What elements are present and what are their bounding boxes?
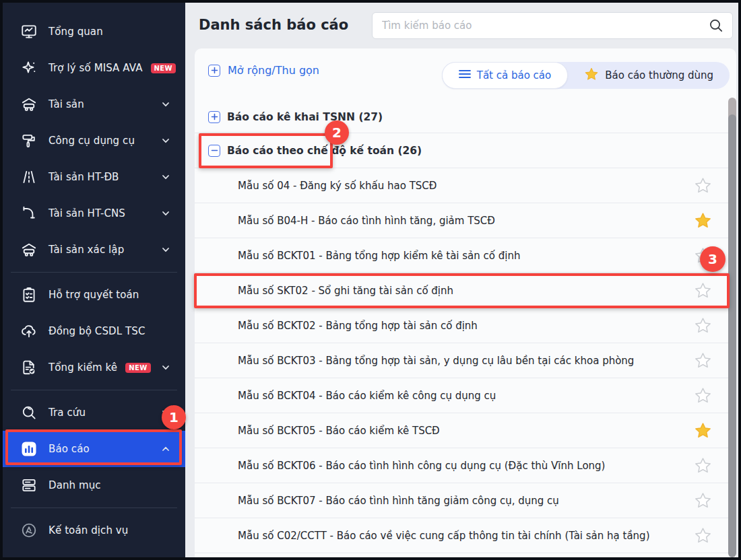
tab-label: Báo cáo thường dùng (605, 69, 713, 81)
expand-collapse-toggle[interactable]: Mở rộng/Thu gọn (208, 64, 319, 77)
expand-icon (208, 65, 220, 77)
favorite-star-icon[interactable] (693, 176, 712, 195)
sidebar-item-label: Tài sản (49, 98, 84, 110)
sidebar-divider (11, 390, 177, 390)
cloud-sync-icon (20, 322, 38, 340)
sidebar-item-tai-san-xac-lap[interactable]: Tài sản xác lập (3, 232, 185, 268)
sidebar-item-label: Kế toán dịch vụ (49, 524, 128, 536)
report-label: Mẫu số BCKT06 - Báo cáo tình hình công c… (238, 460, 693, 472)
sidebar-item-label: Danh mục (49, 479, 101, 491)
app-window: Tổng quanTrợ lý số MISA AVANEWTài sảnCôn… (0, 0, 741, 560)
lookup-icon (20, 404, 38, 421)
pipe-icon (20, 205, 38, 222)
report-row[interactable]: Mẫu số BCKT03 - Bảng tổng hợp tài sản, y… (195, 343, 736, 378)
sidebar-item-dong-bo-csdl-tsc[interactable]: Đồng bộ CSDL TSC (3, 313, 185, 349)
report-label: Mẫu số BCKT03 - Bảng tổng hợp tài sản, y… (238, 355, 693, 367)
annotation-step-2-badge: 2 (325, 120, 349, 145)
annotation-step-3-badge: 3 (700, 246, 726, 272)
report-row[interactable]: Mẫu số BCKT04 - Báo cáo kiểm kê công cụ … (195, 378, 736, 413)
sidebar-item-tai-san[interactable]: Tài sản (3, 86, 185, 123)
favorite-star-icon[interactable] (693, 316, 712, 335)
report-row[interactable]: Mẫu số BCKT06 - Báo cáo tình hình công c… (195, 448, 736, 483)
chevron-down-icon (161, 136, 170, 145)
tab-all-reports[interactable]: Tất cả báo cáo (442, 62, 569, 89)
report-label: Mẫu số BCKT07 - Báo cáo tình hình tăng g… (238, 495, 693, 507)
report-row[interactable]: Mẫu số B04-H - Báo cáo tình hình tăng, g… (195, 203, 736, 238)
favorite-star-icon[interactable] (693, 211, 712, 230)
chevron-down-icon (161, 100, 170, 109)
sidebar-item-tong-kiem-ke[interactable]: Tổng kiểm kêNEW (3, 349, 185, 386)
report-row[interactable]: Mẫu số BCKT02 - Bảng tổng hợp tài sản cố… (195, 308, 736, 343)
sidebar-item-label: Đồng bộ CSDL TSC (49, 325, 146, 337)
favorite-star-icon[interactable] (693, 526, 712, 545)
settlement-icon (20, 286, 38, 304)
annotation-step-1-badge: 1 (162, 405, 186, 429)
star-icon (584, 67, 599, 84)
sidebar-item-label: Hỗ trợ quyết toán (49, 289, 139, 301)
tools-icon (20, 132, 38, 149)
list-icon (459, 69, 471, 81)
sidebar-item-label: Trợ lý số MISA AVA (49, 62, 143, 74)
page-title: Danh sách báo cáo (199, 17, 348, 33)
asset-establish-icon (20, 241, 38, 258)
report-label: Mẫu số 04 - Đăng ký số khấu hao TSCĐ (238, 180, 693, 192)
sidebar-item-label: Tra cứu (49, 407, 86, 419)
report-label: Mẫu số BCKT01 - Bảng tổng hợp kiểm kê tà… (238, 250, 693, 262)
road-icon (20, 168, 38, 186)
report-label: Mẫu số BCKT04 - Báo cáo kiểm kê công cụ … (238, 390, 693, 402)
sidebar-divider (11, 272, 177, 273)
accounting-service-icon (20, 522, 38, 539)
tab-favorite-reports[interactable]: Báo cáo thường dùng (568, 62, 730, 89)
category-icon (20, 477, 38, 494)
chevron-down-icon (161, 363, 170, 372)
report-row[interactable]: Mẫu số C02/CCTT - Báo cáo về việc cung c… (195, 518, 736, 553)
report-label: Mẫu số C02/CCTT - Báo cáo về việc cung c… (238, 530, 693, 542)
annotation-rect-step3 (194, 273, 730, 308)
search-box[interactable] (372, 12, 733, 39)
report-list: Báo cáo kê khai TSNN (27)Báo cáo theo ch… (195, 101, 736, 553)
sidebar-item-tong-quan[interactable]: Tổng quan (3, 13, 185, 50)
sidebar-item-cong-cu-dung-cu[interactable]: Công cụ dụng cụ (3, 123, 185, 159)
favorite-star-icon[interactable] (693, 456, 712, 475)
section-label: Báo cáo kê khai TSNN (27) (227, 111, 383, 123)
search-icon[interactable] (708, 18, 724, 34)
expand-collapse-label: Mở rộng/Thu gọn (228, 64, 319, 77)
sidebar-item-label: Công cụ dụng cụ (49, 135, 135, 147)
sidebar-divider (11, 508, 177, 508)
chevron-down-icon (161, 172, 170, 182)
chevron-down-icon (161, 209, 170, 218)
favorite-star-icon[interactable] (693, 491, 712, 510)
report-row[interactable]: Mẫu số BCKT05 - Báo cáo kiểm kê TSCĐ (195, 413, 736, 448)
report-row[interactable]: Mẫu số BCKT01 - Bảng tổng hợp kiểm kê tà… (195, 238, 736, 273)
favorite-star-icon[interactable] (693, 386, 712, 405)
new-badge: NEW (151, 63, 176, 73)
favorite-star-icon[interactable] (693, 351, 712, 370)
sidebar-item-tro-ly-so-misa-ava[interactable]: Trợ lý số MISA AVANEW (3, 50, 185, 86)
inventory-check-icon (20, 359, 38, 376)
sidebar-item-tai-san-ht-db[interactable]: Tài sản HT-ĐB (3, 159, 185, 195)
report-label: Mẫu số BCKT05 - Báo cáo kiểm kê TSCĐ (238, 425, 693, 437)
favorite-star-icon[interactable] (693, 421, 712, 440)
search-input[interactable] (373, 20, 708, 32)
report-row[interactable]: Mẫu số 04 - Đăng ký số khấu hao TSCĐ (195, 168, 736, 203)
report-filter-tabs: Tất cả báo cáo Báo cáo thường dùng (442, 62, 730, 89)
chevron-down-icon (161, 245, 170, 254)
sidebar-item-label: Tài sản HT-CNS (49, 207, 125, 219)
annotation-rect-step1 (5, 429, 182, 465)
asset-icon (20, 96, 38, 113)
report-label: Mẫu số B04-H - Báo cáo tình hình tăng, g… (238, 215, 693, 227)
sidebar-item-danh-muc[interactable]: Danh mục (3, 467, 185, 503)
report-row[interactable]: Mẫu số BCKT07 - Báo cáo tình hình tăng g… (195, 483, 736, 518)
scrollbar-thumb[interactable] (728, 114, 736, 557)
tab-label: Tất cả báo cáo (477, 69, 552, 81)
sidebar-item-tra-cuu[interactable]: Tra cứu (3, 394, 185, 431)
sidebar-item-ho-tro-quyet-toan[interactable]: Hỗ trợ quyết toán (3, 277, 185, 313)
expand-icon[interactable] (208, 111, 220, 123)
new-badge: NEW (125, 363, 150, 373)
sidebar-item-ke-toan-dich-vu[interactable]: Kế toán dịch vụ (3, 512, 185, 549)
sidebar-item-label: Tổng kiểm kê (49, 361, 117, 374)
report-label: Mẫu số BCKT02 - Bảng tổng hợp tài sản cố… (238, 320, 693, 332)
sidebar-item-tai-san-ht-cns[interactable]: Tài sản HT-CNS (3, 195, 185, 232)
overview-icon (20, 23, 38, 40)
report-section-ke-khai-tsnn[interactable]: Báo cáo kê khai TSNN (27) (195, 101, 736, 133)
